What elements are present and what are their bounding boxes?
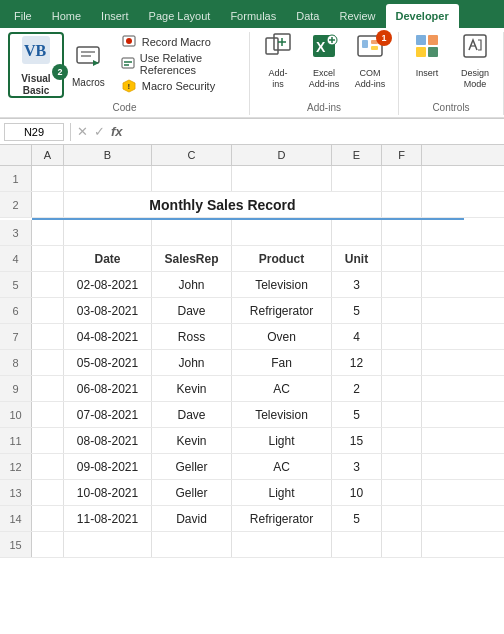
cell-unit-10[interactable]: 5 xyxy=(332,402,382,427)
cell-unit-6[interactable]: 5 xyxy=(332,298,382,323)
cell-product-11[interactable]: Light xyxy=(232,428,332,453)
cell-unit-13[interactable]: 10 xyxy=(332,480,382,505)
cell-date-9[interactable]: 06-08-2021 xyxy=(64,376,152,401)
cell-product-7[interactable]: Oven xyxy=(232,324,332,349)
cell-f14[interactable] xyxy=(382,506,422,531)
cell-a8[interactable] xyxy=(32,350,64,375)
cell-f11[interactable] xyxy=(382,428,422,453)
cell-f13[interactable] xyxy=(382,480,422,505)
cell-f7[interactable] xyxy=(382,324,422,349)
cell-b15[interactable] xyxy=(64,532,152,557)
cell-product-13[interactable]: Light xyxy=(232,480,332,505)
cell-unit-7[interactable]: 4 xyxy=(332,324,382,349)
cell-rep-10[interactable]: Dave xyxy=(152,402,232,427)
cell-unit-8[interactable]: 12 xyxy=(332,350,382,375)
cell-product-6[interactable]: Refrigerator xyxy=(232,298,332,323)
cell-rep-8[interactable]: John xyxy=(152,350,232,375)
cell-rep-6[interactable]: Dave xyxy=(152,298,232,323)
cell-f8[interactable] xyxy=(382,350,422,375)
cell-rep-7[interactable]: Ross xyxy=(152,324,232,349)
cell-b3[interactable] xyxy=(64,220,152,245)
cell-f5[interactable] xyxy=(382,272,422,297)
tab-page-layout[interactable]: Page Layout xyxy=(139,4,221,28)
cell-d1[interactable] xyxy=(232,166,332,191)
cell-date-14[interactable]: 11-08-2021 xyxy=(64,506,152,531)
cell-f9[interactable] xyxy=(382,376,422,401)
record-macro-item[interactable]: Record Macro xyxy=(117,32,241,52)
cell-a9[interactable] xyxy=(32,376,64,401)
cell-c15[interactable] xyxy=(152,532,232,557)
cell-product-5[interactable]: Television xyxy=(232,272,332,297)
cell-unit-5[interactable]: 3 xyxy=(332,272,382,297)
cell-a3[interactable] xyxy=(32,220,64,245)
cell-unit-9[interactable]: 2 xyxy=(332,376,382,401)
tab-data[interactable]: Data xyxy=(286,4,329,28)
tab-developer[interactable]: Developer xyxy=(386,4,459,28)
tab-formulas[interactable]: Formulas xyxy=(220,4,286,28)
cell-f2[interactable] xyxy=(382,192,422,217)
cell-d15[interactable] xyxy=(232,532,332,557)
col-header-f[interactable]: F xyxy=(382,145,422,165)
cell-a11[interactable] xyxy=(32,428,64,453)
cell-date-6[interactable]: 03-08-2021 xyxy=(64,298,152,323)
cell-reference-input[interactable] xyxy=(4,123,64,141)
col-header-a[interactable]: A xyxy=(32,145,64,165)
cell-a10[interactable] xyxy=(32,402,64,427)
cell-a14[interactable] xyxy=(32,506,64,531)
com-add-ins-button[interactable]: COMAdd-ins 1 xyxy=(350,32,390,90)
col-header-e[interactable]: E xyxy=(332,145,382,165)
cancel-icon[interactable]: ✕ xyxy=(77,124,88,139)
confirm-icon[interactable]: ✓ xyxy=(94,124,105,139)
cell-product-9[interactable]: AC xyxy=(232,376,332,401)
cell-a1[interactable] xyxy=(32,166,64,191)
formula-input[interactable] xyxy=(127,123,500,141)
cell-d4[interactable]: Product xyxy=(232,246,332,271)
cell-a6[interactable] xyxy=(32,298,64,323)
cell-date-5[interactable]: 02-08-2021 xyxy=(64,272,152,297)
col-header-b[interactable]: B xyxy=(64,145,152,165)
cell-f6[interactable] xyxy=(382,298,422,323)
tab-file[interactable]: File xyxy=(4,4,42,28)
cell-date-7[interactable]: 04-08-2021 xyxy=(64,324,152,349)
cell-c1[interactable] xyxy=(152,166,232,191)
cell-b4[interactable]: Date xyxy=(64,246,152,271)
macro-security-item[interactable]: ! Macro Security xyxy=(117,76,241,96)
col-header-c[interactable]: C xyxy=(152,145,232,165)
tab-review[interactable]: Review xyxy=(329,4,385,28)
cell-d3[interactable] xyxy=(232,220,332,245)
cell-rep-14[interactable]: David xyxy=(152,506,232,531)
tab-home[interactable]: Home xyxy=(42,4,91,28)
cell-a13[interactable] xyxy=(32,480,64,505)
cell-a2[interactable] xyxy=(32,192,64,217)
function-icon[interactable]: fx xyxy=(111,124,123,139)
cell-date-8[interactable]: 05-08-2021 xyxy=(64,350,152,375)
cell-rep-9[interactable]: Kevin xyxy=(152,376,232,401)
col-header-d[interactable]: D xyxy=(232,145,332,165)
cell-f10[interactable] xyxy=(382,402,422,427)
title-cell[interactable]: Monthly Sales Record xyxy=(64,192,382,217)
cell-product-10[interactable]: Television xyxy=(232,402,332,427)
cell-date-13[interactable]: 10-08-2021 xyxy=(64,480,152,505)
cell-date-10[interactable]: 07-08-2021 xyxy=(64,402,152,427)
cell-f12[interactable] xyxy=(382,454,422,479)
tab-insert[interactable]: Insert xyxy=(91,4,139,28)
cell-a4[interactable] xyxy=(32,246,64,271)
insert-button[interactable]: Insert xyxy=(407,32,447,79)
cell-a15[interactable] xyxy=(32,532,64,557)
cell-product-14[interactable]: Refrigerator xyxy=(232,506,332,531)
cell-date-12[interactable]: 09-08-2021 xyxy=(64,454,152,479)
excel-add-ins-button[interactable]: X ExcelAdd-ins xyxy=(304,32,344,90)
cell-e3[interactable] xyxy=(332,220,382,245)
cell-e4[interactable]: Unit xyxy=(332,246,382,271)
cell-unit-14[interactable]: 5 xyxy=(332,506,382,531)
cell-e1[interactable] xyxy=(332,166,382,191)
cell-f15[interactable] xyxy=(382,532,422,557)
cell-product-8[interactable]: Fan xyxy=(232,350,332,375)
cell-c3[interactable] xyxy=(152,220,232,245)
cell-unit-12[interactable]: 3 xyxy=(332,454,382,479)
cell-date-11[interactable]: 08-08-2021 xyxy=(64,428,152,453)
macros-button[interactable]: Macros xyxy=(68,32,109,98)
cell-f4[interactable] xyxy=(382,246,422,271)
design-mode-button[interactable]: DesignMode xyxy=(455,32,495,90)
add-ins-button[interactable]: Add-ins xyxy=(258,32,298,90)
